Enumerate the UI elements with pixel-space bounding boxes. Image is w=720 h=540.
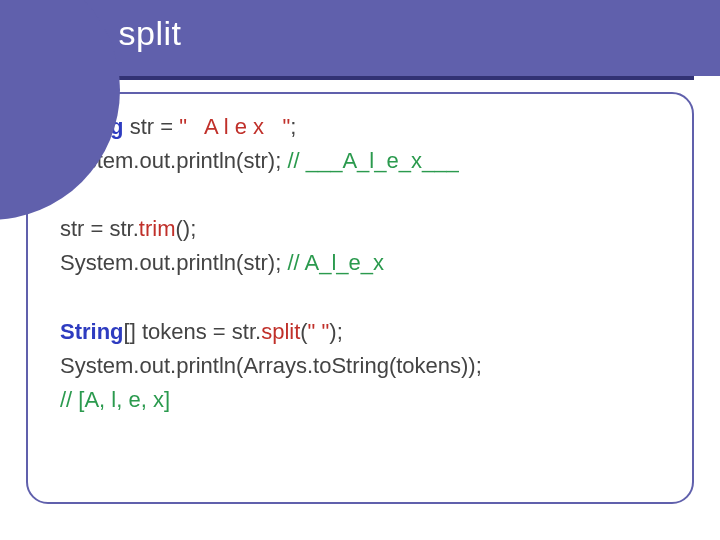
l5-c: );: [329, 319, 342, 344]
slide: Trim, split String str = " A l e x "; Sy…: [0, 0, 720, 540]
l5-a: [] tokens = str.: [124, 319, 262, 344]
l1-b: ;: [290, 114, 296, 139]
content-panel: String str = " A l e x "; System.out.pri…: [26, 92, 694, 504]
code-block: String str = " A l e x "; System.out.pri…: [60, 110, 670, 417]
l3-mth: trim: [139, 216, 176, 241]
l4-a: System.out.println(str);: [60, 250, 287, 275]
kw-string-2: String: [60, 319, 124, 344]
l1-lit: " A l e x ": [179, 114, 290, 139]
title-underline: [26, 76, 694, 80]
l5-mth: split: [261, 319, 300, 344]
l4-cmt: // A_l_e_x: [287, 250, 384, 275]
l1-a: str =: [124, 114, 180, 139]
l6-a: System.out.println(Arrays.toString(token…: [60, 353, 482, 378]
l5-lit: " ": [308, 319, 330, 344]
l7-cmt: // [A, l, e, x]: [60, 387, 170, 412]
l3-a: str = str.: [60, 216, 139, 241]
blank2: [60, 284, 66, 309]
l5-b: (: [300, 319, 307, 344]
l2-cmt: // ___A_l_e_x___: [287, 148, 458, 173]
l3-b: ();: [176, 216, 197, 241]
